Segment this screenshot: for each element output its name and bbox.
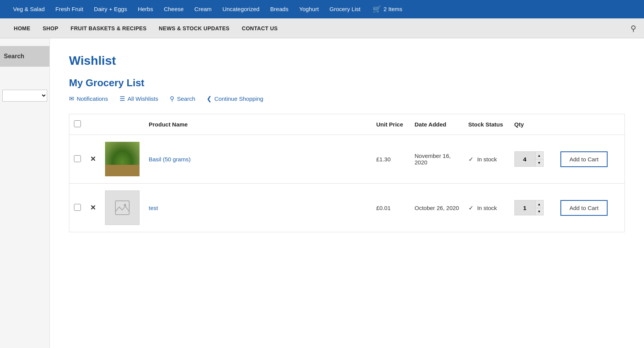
row-qty-cell: ▲ ▼ — [510, 184, 556, 232]
qty-spinners-0: ▲ ▼ — [535, 151, 544, 167]
cart-count: 2 Items — [383, 0, 402, 18]
page-title: Wishlist — [69, 54, 625, 68]
header-unit-price: Unit Price — [372, 114, 410, 135]
nav-cheese[interactable]: Cheese — [158, 0, 189, 18]
mail-icon: ✉ — [69, 95, 74, 102]
nav-fresh-fruit[interactable]: Fresh Fruit — [50, 0, 89, 18]
row-checkbox-0[interactable] — [74, 155, 81, 162]
row-checkbox-cell — [69, 135, 86, 184]
search-label: Search — [177, 95, 196, 102]
sec-nav-baskets[interactable]: FRUIT BASKETS & RECIPES — [64, 18, 153, 38]
table-row: ✕ test £0.01 October 26, 2020 ✓ In stock — [69, 184, 625, 232]
sidebar-dropdown[interactable] — [2, 90, 47, 102]
back-icon: ❮ — [207, 95, 212, 102]
qty-wrap-0: ▲ ▼ — [514, 151, 551, 167]
nav-yoghurt[interactable]: Yoghurt — [294, 0, 324, 18]
header-qty: Qty — [510, 114, 556, 135]
notifications-label: Notifications — [77, 95, 108, 102]
search-link[interactable]: ⚲ Search — [170, 95, 196, 102]
stock-label-0: In stock — [477, 156, 497, 163]
header-checkbox-cell — [69, 114, 86, 135]
nav-breads[interactable]: Breads — [265, 0, 294, 18]
sec-nav-contact[interactable]: CONTACT US — [236, 18, 284, 38]
qty-up-button-0[interactable]: ▲ — [535, 151, 544, 159]
qty-down-button-1[interactable]: ▼ — [535, 208, 544, 215]
svg-point-1 — [124, 204, 126, 206]
nav-uncategorized[interactable]: Uncategorized — [217, 0, 265, 18]
sidebar: Search — [0, 38, 50, 348]
nav-cart[interactable]: 🛒 2 Items — [367, 0, 407, 18]
search-icon: ⚲ — [170, 95, 174, 102]
row-date-cell: October 26, 2020 — [410, 184, 464, 232]
sec-nav-search-button[interactable]: ⚲ — [631, 24, 636, 33]
select-all-checkbox[interactable] — [74, 120, 81, 127]
row-image-cell — [100, 135, 144, 184]
row-checkbox-1[interactable] — [74, 204, 81, 211]
sec-nav-news[interactable]: NEWS & STOCK UPDATES — [153, 18, 235, 38]
row-product-name-cell: Basil (50 grams) — [144, 135, 372, 184]
continue-shopping-link[interactable]: ❮ Continue Shopping — [207, 95, 263, 102]
product-image-0 — [105, 142, 140, 176]
header-stock-status: Stock Status — [464, 114, 510, 135]
row-action-cell: Add to Cart — [556, 135, 625, 184]
header-date-added: Date Added — [410, 114, 464, 135]
wishlist-actions: ✉ Notifications ☰ All Wishlists ⚲ Search… — [69, 95, 625, 102]
notifications-link[interactable]: ✉ Notifications — [69, 95, 108, 102]
qty-down-button-0[interactable]: ▼ — [535, 159, 544, 167]
svg-rect-0 — [115, 201, 129, 215]
row-remove-cell: ✕ — [85, 135, 100, 184]
product-image-placeholder-1 — [105, 190, 140, 225]
nav-grocery-list[interactable]: Grocery List — [324, 0, 366, 18]
nav-veg-salad[interactable]: Veg & Salad — [8, 0, 50, 18]
row-qty-cell: ▲ ▼ — [510, 135, 556, 184]
row-checkbox-cell — [69, 184, 86, 232]
remove-button-1[interactable]: ✕ — [90, 204, 96, 212]
row-date-cell: November 16, 2020 — [410, 135, 464, 184]
all-wishlists-link[interactable]: ☰ All Wishlists — [120, 95, 158, 102]
row-stock-cell: ✓ In stock — [464, 135, 510, 184]
qty-input-0[interactable] — [514, 151, 535, 167]
add-to-cart-button-1[interactable]: Add to Cart — [560, 200, 608, 216]
nav-herbs[interactable]: Herbs — [132, 0, 158, 18]
row-action-cell: Add to Cart — [556, 184, 625, 232]
qty-spinners-1: ▲ ▼ — [535, 200, 544, 215]
all-wishlists-label: All Wishlists — [128, 95, 158, 102]
product-link-0[interactable]: Basil (50 grams) — [149, 156, 191, 163]
row-price-cell: £1.30 — [372, 135, 410, 184]
sec-nav: HOME SHOP FRUIT BASKETS & RECIPES NEWS &… — [0, 18, 644, 38]
add-to-cart-button-0[interactable]: Add to Cart — [560, 151, 608, 167]
row-remove-cell: ✕ — [85, 184, 100, 232]
header-product-name: Product Name — [144, 114, 372, 135]
layout: Search Wishlist My Grocery List ✉ Notifi… — [0, 38, 644, 348]
qty-input-1[interactable] — [514, 200, 535, 215]
nav-dairy-eggs[interactable]: Dairy + Eggs — [89, 0, 132, 18]
product-link-1[interactable]: test — [149, 205, 158, 211]
remove-button-0[interactable]: ✕ — [90, 155, 96, 163]
top-nav: Veg & Salad Fresh Fruit Dairy + Eggs Her… — [0, 0, 644, 18]
row-price-cell: £0.01 — [372, 184, 410, 232]
list-icon: ☰ — [120, 95, 125, 102]
sidebar-search-button[interactable]: Search — [0, 46, 49, 67]
nav-cream[interactable]: Cream — [189, 0, 217, 18]
row-stock-cell: ✓ In stock — [464, 184, 510, 232]
main-content: Wishlist My Grocery List ✉ Notifications… — [50, 38, 644, 348]
cart-icon: 🛒 — [373, 0, 381, 18]
row-image-cell — [100, 184, 144, 232]
continue-shopping-label: Continue Shopping — [214, 95, 263, 102]
qty-wrap-1: ▲ ▼ — [514, 200, 551, 215]
list-title: My Grocery List — [69, 77, 625, 89]
stock-check-icon-1: ✓ — [468, 205, 473, 211]
wishlist-table: Product Name Unit Price Date Added Stock… — [69, 114, 625, 232]
sec-nav-home[interactable]: HOME — [8, 18, 36, 38]
stock-check-icon-0: ✓ — [468, 156, 473, 163]
sec-nav-shop[interactable]: SHOP — [36, 18, 64, 38]
stock-label-1: In stock — [477, 205, 497, 211]
row-product-name-cell: test — [144, 184, 372, 232]
table-row: ✕ Basil (50 grams) £1.30 November 16, 20… — [69, 135, 625, 184]
qty-up-button-1[interactable]: ▲ — [535, 200, 544, 208]
